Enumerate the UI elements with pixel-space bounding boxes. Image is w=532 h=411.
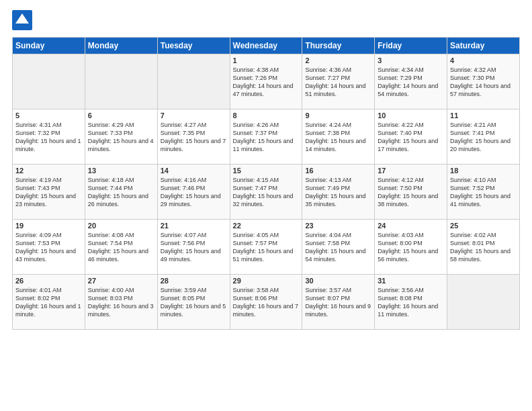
cell-info: Sunrise: 4:36 AMSunset: 7:27 PMDaylight:… bbox=[305, 66, 371, 99]
calendar-cell: 8Sunrise: 4:26 AMSunset: 7:37 PMDaylight… bbox=[230, 109, 302, 165]
cell-info: Sunrise: 4:08 AMSunset: 7:54 PMDaylight:… bbox=[88, 231, 154, 264]
day-number: 30 bbox=[305, 277, 371, 285]
calendar-cell bbox=[13, 54, 85, 109]
calendar-cell: 7Sunrise: 4:27 AMSunset: 7:35 PMDaylight… bbox=[157, 109, 230, 165]
day-number: 28 bbox=[161, 277, 227, 285]
calendar-cell: 18Sunrise: 4:10 AMSunset: 7:52 PMDayligh… bbox=[447, 165, 520, 220]
day-number: 15 bbox=[233, 167, 300, 175]
cell-info: Sunrise: 4:19 AMSunset: 7:43 PMDaylight:… bbox=[15, 176, 82, 209]
day-number: 1 bbox=[233, 56, 300, 64]
day-number: 20 bbox=[88, 222, 154, 230]
day-number: 10 bbox=[378, 111, 444, 120]
day-number: 4 bbox=[450, 56, 517, 64]
calendar-cell: 2Sunrise: 4:36 AMSunset: 7:27 PMDaylight… bbox=[302, 54, 375, 109]
calendar-cell: 26Sunrise: 4:01 AMSunset: 8:02 PMDayligh… bbox=[13, 275, 85, 330]
logo bbox=[12, 10, 34, 30]
calendar-cell: 27Sunrise: 4:00 AMSunset: 8:03 PMDayligh… bbox=[85, 275, 157, 330]
cell-info: Sunrise: 4:02 AMSunset: 8:01 PMDaylight:… bbox=[450, 231, 517, 264]
calendar-cell: 23Sunrise: 4:04 AMSunset: 7:58 PMDayligh… bbox=[302, 220, 375, 275]
calendar-cell: 11Sunrise: 4:21 AMSunset: 7:41 PMDayligh… bbox=[447, 109, 520, 165]
calendar-cell: 25Sunrise: 4:02 AMSunset: 8:01 PMDayligh… bbox=[447, 220, 520, 275]
calendar-cell: 10Sunrise: 4:22 AMSunset: 7:40 PMDayligh… bbox=[375, 109, 447, 165]
calendar-cell: 20Sunrise: 4:08 AMSunset: 7:54 PMDayligh… bbox=[85, 220, 157, 275]
calendar-cell: 31Sunrise: 3:56 AMSunset: 8:08 PMDayligh… bbox=[375, 275, 447, 330]
weekday-header-sunday: Sunday bbox=[13, 38, 85, 54]
cell-info: Sunrise: 3:56 AMSunset: 8:08 PMDaylight:… bbox=[378, 286, 444, 319]
cell-info: Sunrise: 4:27 AMSunset: 7:35 PMDaylight:… bbox=[161, 121, 227, 154]
cell-info: Sunrise: 4:16 AMSunset: 7:46 PMDaylight:… bbox=[161, 176, 227, 209]
calendar-cell: 15Sunrise: 4:15 AMSunset: 7:47 PMDayligh… bbox=[230, 165, 302, 220]
cell-info: Sunrise: 4:31 AMSunset: 7:32 PMDaylight:… bbox=[15, 121, 82, 154]
weekday-header-friday: Friday bbox=[375, 38, 447, 54]
weekday-header-saturday: Saturday bbox=[447, 38, 520, 54]
calendar-table: SundayMondayTuesdayWednesdayThursdayFrid… bbox=[12, 37, 520, 330]
cell-info: Sunrise: 4:04 AMSunset: 7:58 PMDaylight:… bbox=[305, 231, 371, 264]
day-number: 21 bbox=[161, 222, 227, 230]
calendar-cell: 30Sunrise: 3:57 AMSunset: 8:07 PMDayligh… bbox=[302, 275, 375, 330]
cell-info: Sunrise: 4:18 AMSunset: 7:44 PMDaylight:… bbox=[88, 176, 154, 209]
cell-info: Sunrise: 4:22 AMSunset: 7:40 PMDaylight:… bbox=[378, 121, 444, 154]
cell-info: Sunrise: 4:29 AMSunset: 7:33 PMDaylight:… bbox=[88, 121, 154, 154]
day-number: 11 bbox=[450, 111, 517, 120]
calendar-cell: 9Sunrise: 4:24 AMSunset: 7:38 PMDaylight… bbox=[302, 109, 375, 165]
day-number: 7 bbox=[161, 111, 227, 120]
day-number: 14 bbox=[161, 167, 227, 175]
day-number: 19 bbox=[15, 222, 82, 230]
cell-info: Sunrise: 4:07 AMSunset: 7:56 PMDaylight:… bbox=[161, 231, 227, 264]
calendar-cell: 1Sunrise: 4:38 AMSunset: 7:26 PMDaylight… bbox=[230, 54, 302, 109]
logo-icon bbox=[12, 10, 32, 30]
day-number: 31 bbox=[378, 277, 444, 285]
calendar-cell: 28Sunrise: 3:59 AMSunset: 8:05 PMDayligh… bbox=[157, 275, 230, 330]
day-number: 6 bbox=[88, 111, 154, 120]
day-number: 12 bbox=[15, 167, 82, 175]
cell-info: Sunrise: 4:05 AMSunset: 7:57 PMDaylight:… bbox=[233, 231, 300, 264]
day-number: 9 bbox=[305, 111, 371, 120]
weekday-header-thursday: Thursday bbox=[302, 38, 375, 54]
day-number: 29 bbox=[233, 277, 300, 285]
cell-info: Sunrise: 4:24 AMSunset: 7:38 PMDaylight:… bbox=[305, 121, 371, 154]
day-number: 13 bbox=[88, 167, 154, 175]
calendar-cell: 19Sunrise: 4:09 AMSunset: 7:53 PMDayligh… bbox=[13, 220, 85, 275]
cell-info: Sunrise: 4:21 AMSunset: 7:41 PMDaylight:… bbox=[450, 121, 517, 154]
cell-info: Sunrise: 4:15 AMSunset: 7:47 PMDaylight:… bbox=[233, 176, 300, 209]
calendar-cell: 5Sunrise: 4:31 AMSunset: 7:32 PMDaylight… bbox=[13, 109, 85, 165]
day-number: 23 bbox=[305, 222, 371, 230]
calendar-cell: 14Sunrise: 4:16 AMSunset: 7:46 PMDayligh… bbox=[157, 165, 230, 220]
cell-info: Sunrise: 4:10 AMSunset: 7:52 PMDaylight:… bbox=[450, 176, 517, 209]
cell-info: Sunrise: 4:00 AMSunset: 8:03 PMDaylight:… bbox=[88, 286, 154, 319]
calendar-cell: 22Sunrise: 4:05 AMSunset: 7:57 PMDayligh… bbox=[230, 220, 302, 275]
day-number: 2 bbox=[305, 56, 371, 64]
day-number: 24 bbox=[378, 222, 444, 230]
cell-info: Sunrise: 4:13 AMSunset: 7:49 PMDaylight:… bbox=[305, 176, 371, 209]
cell-info: Sunrise: 4:32 AMSunset: 7:30 PMDaylight:… bbox=[450, 66, 517, 99]
cell-info: Sunrise: 3:59 AMSunset: 8:05 PMDaylight:… bbox=[161, 286, 227, 319]
cell-info: Sunrise: 3:58 AMSunset: 8:06 PMDaylight:… bbox=[233, 286, 300, 319]
day-number: 17 bbox=[378, 167, 444, 175]
calendar-cell: 17Sunrise: 4:12 AMSunset: 7:50 PMDayligh… bbox=[375, 165, 447, 220]
calendar-cell: 13Sunrise: 4:18 AMSunset: 7:44 PMDayligh… bbox=[85, 165, 157, 220]
day-number: 22 bbox=[233, 222, 300, 230]
calendar-cell: 16Sunrise: 4:13 AMSunset: 7:49 PMDayligh… bbox=[302, 165, 375, 220]
calendar-cell: 4Sunrise: 4:32 AMSunset: 7:30 PMDaylight… bbox=[447, 54, 520, 109]
day-number: 18 bbox=[450, 167, 517, 175]
calendar-cell: 24Sunrise: 4:03 AMSunset: 8:00 PMDayligh… bbox=[375, 220, 447, 275]
calendar-cell: 3Sunrise: 4:34 AMSunset: 7:29 PMDaylight… bbox=[375, 54, 447, 109]
weekday-header-wednesday: Wednesday bbox=[230, 38, 302, 54]
calendar-cell: 21Sunrise: 4:07 AMSunset: 7:56 PMDayligh… bbox=[157, 220, 230, 275]
calendar-cell bbox=[447, 275, 520, 330]
day-number: 16 bbox=[305, 167, 371, 175]
cell-info: Sunrise: 4:26 AMSunset: 7:37 PMDaylight:… bbox=[233, 121, 300, 154]
weekday-header-monday: Monday bbox=[85, 38, 157, 54]
day-number: 25 bbox=[450, 222, 517, 230]
cell-info: Sunrise: 4:01 AMSunset: 8:02 PMDaylight:… bbox=[15, 286, 82, 319]
cell-info: Sunrise: 4:12 AMSunset: 7:50 PMDaylight:… bbox=[378, 176, 444, 209]
cell-info: Sunrise: 4:38 AMSunset: 7:26 PMDaylight:… bbox=[233, 66, 300, 99]
day-number: 8 bbox=[233, 111, 300, 120]
calendar-cell: 12Sunrise: 4:19 AMSunset: 7:43 PMDayligh… bbox=[13, 165, 85, 220]
day-number: 26 bbox=[15, 277, 82, 285]
day-number: 5 bbox=[15, 111, 82, 120]
calendar-cell: 29Sunrise: 3:58 AMSunset: 8:06 PMDayligh… bbox=[230, 275, 302, 330]
calendar-cell bbox=[157, 54, 230, 109]
day-number: 27 bbox=[88, 277, 154, 285]
calendar-cell bbox=[85, 54, 157, 109]
